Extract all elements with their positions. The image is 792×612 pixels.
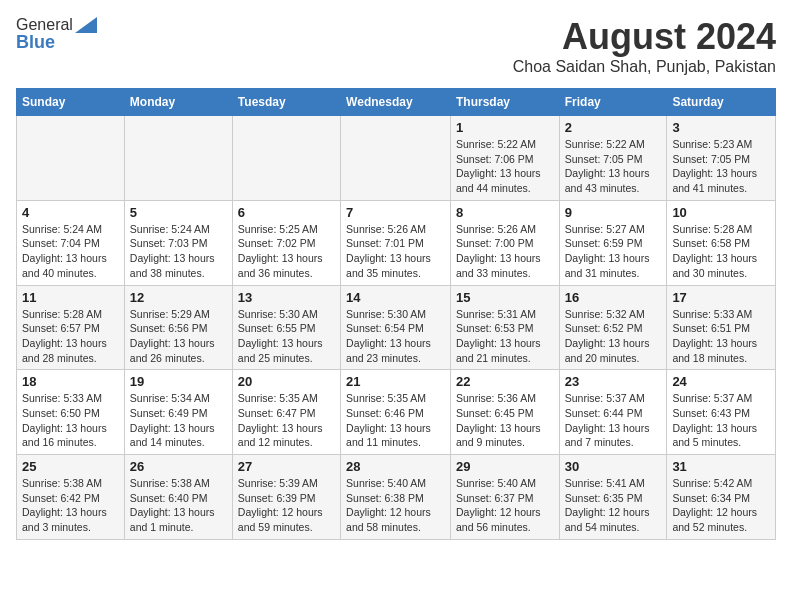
month-title: August 2024 <box>513 16 776 58</box>
day-number: 20 <box>238 374 335 389</box>
weekday-header-saturday: Saturday <box>667 89 776 116</box>
calendar-cell: 22Sunrise: 5:36 AM Sunset: 6:45 PM Dayli… <box>450 370 559 455</box>
day-info: Sunrise: 5:37 AM Sunset: 6:43 PM Dayligh… <box>672 391 770 450</box>
page-header: General Blue August 2024 Choa Saidan Sha… <box>16 16 776 76</box>
day-info: Sunrise: 5:31 AM Sunset: 6:53 PM Dayligh… <box>456 307 554 366</box>
day-number: 18 <box>22 374 119 389</box>
day-info: Sunrise: 5:40 AM Sunset: 6:37 PM Dayligh… <box>456 476 554 535</box>
weekday-header-row: SundayMondayTuesdayWednesdayThursdayFrid… <box>17 89 776 116</box>
svg-marker-0 <box>75 17 97 33</box>
calendar-cell: 31Sunrise: 5:42 AM Sunset: 6:34 PM Dayli… <box>667 455 776 540</box>
calendar-cell: 26Sunrise: 5:38 AM Sunset: 6:40 PM Dayli… <box>124 455 232 540</box>
day-number: 15 <box>456 290 554 305</box>
calendar-cell <box>124 116 232 201</box>
day-info: Sunrise: 5:26 AM Sunset: 7:01 PM Dayligh… <box>346 222 445 281</box>
day-number: 23 <box>565 374 662 389</box>
day-number: 22 <box>456 374 554 389</box>
calendar-cell: 10Sunrise: 5:28 AM Sunset: 6:58 PM Dayli… <box>667 200 776 285</box>
calendar-cell: 13Sunrise: 5:30 AM Sunset: 6:55 PM Dayli… <box>232 285 340 370</box>
calendar-cell: 11Sunrise: 5:28 AM Sunset: 6:57 PM Dayli… <box>17 285 125 370</box>
day-info: Sunrise: 5:28 AM Sunset: 6:58 PM Dayligh… <box>672 222 770 281</box>
day-number: 3 <box>672 120 770 135</box>
calendar-cell: 23Sunrise: 5:37 AM Sunset: 6:44 PM Dayli… <box>559 370 667 455</box>
calendar-cell: 9Sunrise: 5:27 AM Sunset: 6:59 PM Daylig… <box>559 200 667 285</box>
calendar-cell: 12Sunrise: 5:29 AM Sunset: 6:56 PM Dayli… <box>124 285 232 370</box>
location-title: Choa Saidan Shah, Punjab, Pakistan <box>513 58 776 76</box>
calendar-cell: 30Sunrise: 5:41 AM Sunset: 6:35 PM Dayli… <box>559 455 667 540</box>
weekday-header-thursday: Thursday <box>450 89 559 116</box>
calendar-week-4: 18Sunrise: 5:33 AM Sunset: 6:50 PM Dayli… <box>17 370 776 455</box>
weekday-header-friday: Friday <box>559 89 667 116</box>
day-number: 8 <box>456 205 554 220</box>
calendar-week-3: 11Sunrise: 5:28 AM Sunset: 6:57 PM Dayli… <box>17 285 776 370</box>
title-block: August 2024 Choa Saidan Shah, Punjab, Pa… <box>513 16 776 76</box>
logo: General Blue <box>16 16 99 53</box>
day-info: Sunrise: 5:40 AM Sunset: 6:38 PM Dayligh… <box>346 476 445 535</box>
weekday-header-monday: Monday <box>124 89 232 116</box>
day-info: Sunrise: 5:33 AM Sunset: 6:50 PM Dayligh… <box>22 391 119 450</box>
day-number: 16 <box>565 290 662 305</box>
day-number: 5 <box>130 205 227 220</box>
day-number: 7 <box>346 205 445 220</box>
day-number: 25 <box>22 459 119 474</box>
day-number: 4 <box>22 205 119 220</box>
day-number: 9 <box>565 205 662 220</box>
day-info: Sunrise: 5:33 AM Sunset: 6:51 PM Dayligh… <box>672 307 770 366</box>
calendar-cell: 29Sunrise: 5:40 AM Sunset: 6:37 PM Dayli… <box>450 455 559 540</box>
day-info: Sunrise: 5:29 AM Sunset: 6:56 PM Dayligh… <box>130 307 227 366</box>
calendar-cell: 2Sunrise: 5:22 AM Sunset: 7:05 PM Daylig… <box>559 116 667 201</box>
calendar-cell: 27Sunrise: 5:39 AM Sunset: 6:39 PM Dayli… <box>232 455 340 540</box>
day-number: 17 <box>672 290 770 305</box>
weekday-header-tuesday: Tuesday <box>232 89 340 116</box>
weekday-header-sunday: Sunday <box>17 89 125 116</box>
day-info: Sunrise: 5:35 AM Sunset: 6:46 PM Dayligh… <box>346 391 445 450</box>
calendar-cell: 1Sunrise: 5:22 AM Sunset: 7:06 PM Daylig… <box>450 116 559 201</box>
calendar-cell: 14Sunrise: 5:30 AM Sunset: 6:54 PM Dayli… <box>341 285 451 370</box>
day-number: 19 <box>130 374 227 389</box>
calendar-cell <box>341 116 451 201</box>
calendar-cell: 28Sunrise: 5:40 AM Sunset: 6:38 PM Dayli… <box>341 455 451 540</box>
calendar-cell: 21Sunrise: 5:35 AM Sunset: 6:46 PM Dayli… <box>341 370 451 455</box>
day-info: Sunrise: 5:30 AM Sunset: 6:54 PM Dayligh… <box>346 307 445 366</box>
calendar-week-5: 25Sunrise: 5:38 AM Sunset: 6:42 PM Dayli… <box>17 455 776 540</box>
day-info: Sunrise: 5:35 AM Sunset: 6:47 PM Dayligh… <box>238 391 335 450</box>
calendar-cell: 19Sunrise: 5:34 AM Sunset: 6:49 PM Dayli… <box>124 370 232 455</box>
day-info: Sunrise: 5:32 AM Sunset: 6:52 PM Dayligh… <box>565 307 662 366</box>
day-number: 1 <box>456 120 554 135</box>
day-number: 13 <box>238 290 335 305</box>
day-info: Sunrise: 5:22 AM Sunset: 7:05 PM Dayligh… <box>565 137 662 196</box>
day-info: Sunrise: 5:42 AM Sunset: 6:34 PM Dayligh… <box>672 476 770 535</box>
day-number: 29 <box>456 459 554 474</box>
calendar-cell: 16Sunrise: 5:32 AM Sunset: 6:52 PM Dayli… <box>559 285 667 370</box>
calendar-cell: 15Sunrise: 5:31 AM Sunset: 6:53 PM Dayli… <box>450 285 559 370</box>
day-number: 27 <box>238 459 335 474</box>
day-info: Sunrise: 5:38 AM Sunset: 6:42 PM Dayligh… <box>22 476 119 535</box>
day-number: 2 <box>565 120 662 135</box>
day-number: 21 <box>346 374 445 389</box>
calendar-cell <box>232 116 340 201</box>
day-number: 6 <box>238 205 335 220</box>
calendar-cell: 20Sunrise: 5:35 AM Sunset: 6:47 PM Dayli… <box>232 370 340 455</box>
day-number: 11 <box>22 290 119 305</box>
day-number: 12 <box>130 290 227 305</box>
day-info: Sunrise: 5:25 AM Sunset: 7:02 PM Dayligh… <box>238 222 335 281</box>
day-info: Sunrise: 5:38 AM Sunset: 6:40 PM Dayligh… <box>130 476 227 535</box>
day-info: Sunrise: 5:30 AM Sunset: 6:55 PM Dayligh… <box>238 307 335 366</box>
calendar-week-2: 4Sunrise: 5:24 AM Sunset: 7:04 PM Daylig… <box>17 200 776 285</box>
day-info: Sunrise: 5:28 AM Sunset: 6:57 PM Dayligh… <box>22 307 119 366</box>
day-number: 31 <box>672 459 770 474</box>
day-info: Sunrise: 5:26 AM Sunset: 7:00 PM Dayligh… <box>456 222 554 281</box>
calendar-cell: 8Sunrise: 5:26 AM Sunset: 7:00 PM Daylig… <box>450 200 559 285</box>
calendar-cell: 24Sunrise: 5:37 AM Sunset: 6:43 PM Dayli… <box>667 370 776 455</box>
day-number: 30 <box>565 459 662 474</box>
day-info: Sunrise: 5:27 AM Sunset: 6:59 PM Dayligh… <box>565 222 662 281</box>
day-info: Sunrise: 5:36 AM Sunset: 6:45 PM Dayligh… <box>456 391 554 450</box>
calendar-cell: 6Sunrise: 5:25 AM Sunset: 7:02 PM Daylig… <box>232 200 340 285</box>
calendar-cell <box>17 116 125 201</box>
day-number: 10 <box>672 205 770 220</box>
day-info: Sunrise: 5:41 AM Sunset: 6:35 PM Dayligh… <box>565 476 662 535</box>
day-info: Sunrise: 5:22 AM Sunset: 7:06 PM Dayligh… <box>456 137 554 196</box>
day-info: Sunrise: 5:37 AM Sunset: 6:44 PM Dayligh… <box>565 391 662 450</box>
day-info: Sunrise: 5:39 AM Sunset: 6:39 PM Dayligh… <box>238 476 335 535</box>
day-info: Sunrise: 5:24 AM Sunset: 7:03 PM Dayligh… <box>130 222 227 281</box>
